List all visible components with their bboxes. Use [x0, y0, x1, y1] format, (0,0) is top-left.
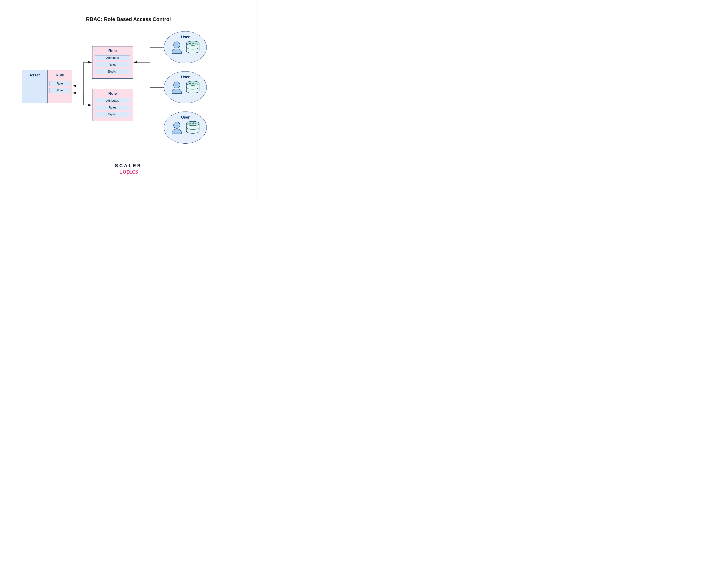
attribs-db-icon: Attribs: [186, 81, 200, 94]
user-ellipse: User Attribs: [164, 71, 207, 103]
role-item-attributes: Attributes: [95, 55, 130, 60]
rule-box: Rule Role Role: [48, 70, 72, 103]
asset-label: Asset: [29, 73, 40, 77]
asset-box: Asset: [22, 70, 48, 103]
user-avatar-icon: [171, 81, 183, 94]
role-item-rules: Rules: [95, 105, 130, 110]
user-avatar-icon: [171, 121, 183, 134]
asset-rule-group: Asset Rule Role Role: [22, 70, 72, 103]
attribs-db-label: Attribs: [189, 42, 196, 45]
rule-label: Rule: [49, 73, 70, 77]
role-item-attributes: Attributes: [95, 98, 130, 103]
svg-point-0: [174, 42, 180, 48]
user-avatar-icon: [171, 41, 183, 54]
user-ellipse: User Attribs: [164, 31, 207, 63]
user-ellipse: User Attribs: [164, 112, 207, 144]
role-card: Role Attributes Rules Explicit: [92, 89, 133, 121]
rule-item-role: Role: [49, 88, 70, 93]
role-item-rules: Rules: [95, 62, 130, 67]
user-title: User: [164, 35, 207, 39]
role-title: Role: [95, 49, 130, 53]
role-card: Role Attributes Rules Explicit: [92, 46, 133, 79]
logo-topics-text: Topics: [0, 167, 257, 175]
attribs-db-label: Attribs: [189, 82, 196, 85]
user-title: User: [164, 75, 207, 79]
role-item-explicit: Explicit: [95, 112, 130, 117]
attribs-db-icon: Attribs: [186, 121, 200, 134]
svg-point-6: [174, 122, 180, 128]
role-item-explicit: Explicit: [95, 69, 130, 74]
user-title: User: [164, 115, 207, 120]
svg-point-3: [174, 82, 180, 88]
attribs-db-label: Attribs: [189, 122, 196, 125]
diagram-title: RBAC: Role Based Access Control: [0, 16, 257, 22]
attribs-db-icon: Attribs: [186, 41, 200, 54]
role-title: Role: [95, 91, 130, 96]
footer-logo: SCALER Topics: [0, 163, 257, 175]
rule-item-role: Role: [49, 81, 70, 86]
